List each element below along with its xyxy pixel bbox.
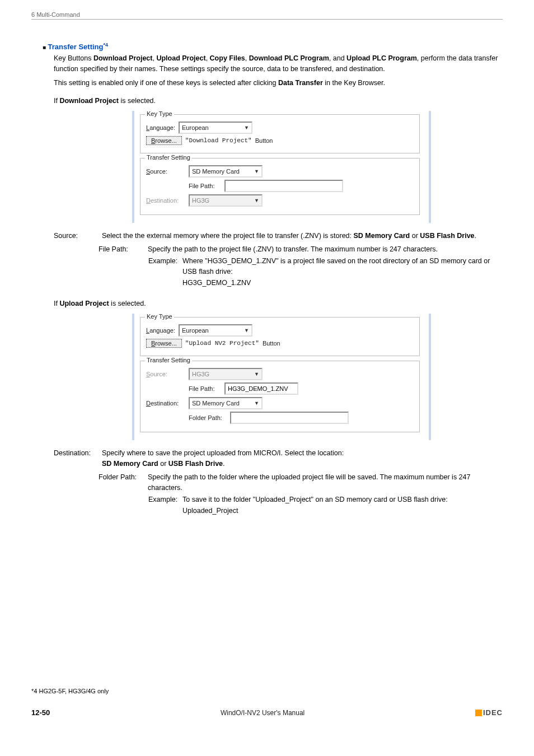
footer-title: WindO/I-NV2 User's Manual: [221, 709, 305, 717]
download-figure: Key Type Language: European▼ Browse... "…: [132, 111, 431, 223]
text: SD Memory Card: [102, 460, 158, 468]
file-path-definition: File Path: Specify the path to the proje…: [99, 244, 503, 255]
button-name-text: "Upload NV2 Project": [185, 340, 259, 347]
text: .: [475, 232, 476, 240]
text: ,: [206, 54, 210, 62]
upload-if-heading: If Upload Project is selected.: [54, 298, 503, 309]
browse-button[interactable]: Browse...: [146, 136, 182, 145]
intro-para-1: Key Buttons Download Project, Upload Pro…: [54, 53, 503, 74]
section-bullet: ■: [43, 44, 46, 50]
text: Upload PLC Program: [346, 54, 417, 62]
example-body: To save it to the folder "Uploaded_Proje…: [182, 494, 448, 516]
text: This setting is enabled only if one of t…: [54, 79, 278, 87]
text: Upload Project: [156, 54, 205, 62]
key-type-groupbox: Key Type Language: European▼ Browse... "…: [140, 114, 420, 153]
browse-button[interactable]: Browse...: [146, 339, 182, 348]
text: Download Project: [93, 54, 153, 62]
select-value: SD Memory Card: [192, 400, 240, 407]
text: is selected.: [119, 97, 156, 105]
text: anguage:: [149, 124, 175, 131]
def-term: File Path:: [99, 244, 141, 255]
section-title: ■ Transfer Setting*4: [43, 42, 503, 51]
key-type-groupbox: Key Type Language: European▼ Browse... "…: [140, 317, 420, 356]
def-term: Folder Path:: [99, 472, 141, 494]
button-word: Button: [255, 137, 273, 144]
text: USB Flash Drive: [420, 232, 474, 240]
text: Copy Files: [210, 54, 245, 62]
folder-path-label: Folder Path:: [189, 414, 227, 421]
def-term: Source:: [54, 231, 95, 241]
chevron-down-icon: ▼: [254, 198, 259, 203]
source-label: Source:: [146, 371, 185, 377]
text: estination:: [151, 400, 179, 407]
text: HG3G_DEMO_1.ZNV: [182, 278, 503, 288]
logo-text: IDEC: [483, 708, 503, 717]
text: in the Key Browser.: [323, 79, 385, 87]
text: Upload Project: [59, 300, 109, 307]
intro-para-2: This setting is enabled only if one of t…: [54, 78, 503, 88]
header-rule: [31, 19, 503, 20]
select-value: European: [182, 124, 209, 131]
text: rowse...: [155, 340, 177, 347]
source-select[interactable]: SD Memory Card▼: [189, 165, 263, 178]
text: anguage:: [149, 327, 175, 334]
text: ,: [245, 54, 249, 62]
language-label: Language:: [146, 124, 175, 131]
chevron-down-icon: ▼: [244, 125, 249, 130]
text: ource:: [150, 371, 167, 377]
section-sup: *4: [104, 42, 109, 48]
text: , and: [329, 54, 346, 62]
button-name-text: "Download Project": [185, 137, 252, 144]
language-select[interactable]: European▼: [179, 122, 252, 134]
text: D: [146, 197, 151, 204]
section-title-text: Transfer Setting: [48, 43, 104, 51]
def-body: Specify where to save the project upload…: [102, 448, 503, 470]
language-label: Language:: [146, 327, 175, 334]
groupbox-label: Key Type: [145, 313, 174, 320]
file-path-input[interactable]: [224, 382, 298, 395]
text: .: [223, 460, 224, 468]
language-select[interactable]: European▼: [179, 324, 252, 337]
select-value: HG3G: [192, 371, 209, 377]
text: Download Project: [59, 97, 119, 105]
text: SD Memory Card: [354, 232, 410, 240]
upload-figure: Key Type Language: European▼ Browse... "…: [132, 314, 431, 440]
text: estination:: [151, 197, 179, 204]
text: USB Flash Drive: [168, 460, 223, 468]
folder-path-input[interactable]: [230, 412, 349, 424]
select-value: HG3G: [192, 197, 209, 204]
text: or: [158, 460, 168, 468]
source-select: HG3G▼: [189, 368, 263, 380]
text: or: [410, 232, 420, 240]
button-word: Button: [263, 340, 280, 347]
destination-select: HG3G▼: [189, 194, 263, 207]
text: D: [146, 400, 151, 407]
text: Download PLC Program: [249, 54, 329, 62]
upload-example: Example: To save it to the folder "Uploa…: [148, 494, 503, 516]
transfer-setting-groupbox: Transfer Setting Source: SD Memory Card▼…: [140, 158, 420, 215]
text: To save it to the folder "Uploaded_Proje…: [182, 494, 448, 505]
download-example: Example: Where "HG3G_DEMO_1.ZNV" is a pr…: [148, 256, 503, 288]
transfer-setting-groupbox: Transfer Setting Source: HG3G▼ File Path…: [140, 361, 420, 432]
file-path-input[interactable]: [224, 180, 343, 192]
download-if-heading: If Download Project is selected.: [54, 96, 503, 106]
footnote: *4 HG2G-5F, HG3G/4G only: [31, 688, 109, 694]
logo-square-icon: [475, 710, 482, 716]
groupbox-label: Transfer Setting: [145, 154, 192, 161]
page-number: 12-50: [31, 708, 50, 717]
text: Where "HG3G_DEMO_1.ZNV" is a project fil…: [182, 256, 503, 278]
example-body: Where "HG3G_DEMO_1.ZNV" is a project fil…: [182, 256, 503, 288]
source-label: Source:: [146, 168, 185, 175]
example-label: Example:: [148, 256, 180, 288]
folder-path-definition: Folder Path: Specify the path to the fol…: [99, 472, 503, 494]
file-path-label: File Path:: [189, 183, 221, 189]
source-definition: Source: Select the the external memory w…: [54, 231, 503, 241]
chevron-down-icon: ▼: [254, 169, 259, 174]
chevron-down-icon: ▼: [254, 400, 259, 406]
def-body: Select the the external memory where the…: [102, 231, 503, 241]
destination-select[interactable]: SD Memory Card▼: [189, 397, 263, 409]
def-term: Destination:: [54, 448, 95, 470]
text: Data Transfer: [278, 79, 323, 87]
text: If: [54, 97, 59, 105]
text: Specify where to save the project upload…: [102, 448, 503, 459]
